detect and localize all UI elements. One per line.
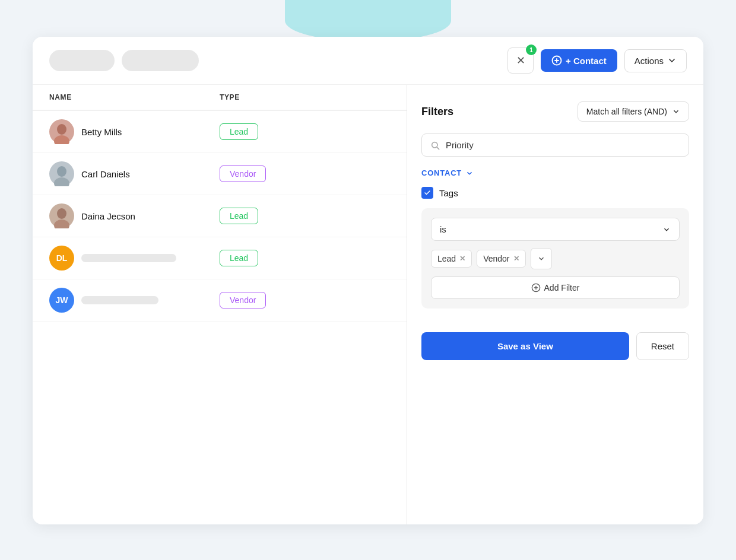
filter-count-badge: 1	[526, 44, 537, 55]
type-badge: Vendor	[220, 292, 266, 308]
filter-search-box	[421, 133, 689, 157]
plus-circle-icon	[551, 55, 562, 66]
add-contact-label: + Contact	[566, 56, 607, 66]
header-left	[49, 50, 199, 71]
header-bar: ✕ 1 + Contact Actions	[33, 37, 703, 85]
type-badge: Lead	[220, 208, 258, 224]
chip-label: Vendor	[483, 254, 509, 263]
x-icon: ✕	[516, 54, 525, 67]
svg-point-7	[57, 166, 66, 177]
skeleton-pill-2	[122, 50, 199, 71]
svg-line-14	[437, 147, 439, 149]
type-cell: Lead	[220, 208, 390, 224]
tags-chips-row: Lead ✕ Vendor ✕	[431, 248, 680, 269]
reset-label: Reset	[651, 341, 674, 351]
person-name: Betty Mills	[81, 127, 122, 137]
table-row: Daina Jecson Lead	[33, 195, 407, 237]
chevron-down-icon	[672, 107, 680, 116]
add-contact-button[interactable]: + Contact	[541, 49, 617, 72]
svg-point-4	[57, 124, 66, 135]
table-row: DL Lead	[33, 237, 407, 279]
person-cell: Daina Jecson	[49, 203, 220, 228]
type-badge: Lead	[220, 123, 258, 140]
type-cell: Lead	[220, 123, 390, 140]
footer-actions: Save as View Reset	[421, 332, 689, 360]
tags-checkbox[interactable]	[421, 187, 433, 199]
svg-point-11	[57, 208, 66, 219]
tag-chip: Lead ✕	[431, 250, 472, 268]
filter-title: Filters	[421, 106, 453, 118]
search-icon	[430, 141, 440, 150]
contact-section-label: CONTACT	[421, 168, 462, 177]
skeleton-name	[81, 254, 176, 262]
remove-vendor-chip[interactable]: ✕	[513, 254, 519, 263]
add-tag-dropdown[interactable]	[531, 248, 552, 269]
avatar-initials: JW	[49, 288, 74, 313]
avatar	[49, 161, 74, 186]
header-right: ✕ 1 + Contact Actions	[507, 47, 687, 74]
main-card: ✕ 1 + Contact Actions NAME TYPE	[33, 37, 703, 524]
filter-search-input[interactable]	[446, 140, 680, 150]
column-type: TYPE	[220, 93, 390, 101]
svg-point-13	[432, 142, 437, 147]
plus-circle-icon	[531, 283, 541, 292]
column-name: NAME	[49, 93, 220, 101]
person-name: Carl Daniels	[81, 169, 130, 179]
type-cell: Vendor	[220, 292, 390, 308]
person-cell: JW	[49, 288, 220, 313]
tags-label: Tags	[439, 188, 458, 198]
skeleton-name	[81, 296, 158, 304]
contacts-table: NAME TYPE Betty Mills Lead	[33, 85, 407, 524]
table-header: NAME TYPE	[33, 85, 407, 111]
person-cell: Betty Mills	[49, 119, 220, 144]
remove-lead-chip[interactable]: ✕	[459, 254, 465, 263]
filter-panel: Filters Match all filters (AND) CONTACT	[407, 85, 703, 524]
save-as-view-button[interactable]: Save as View	[421, 332, 629, 360]
tags-row: Tags	[421, 187, 689, 199]
person-cell: DL	[49, 246, 220, 271]
avatar	[49, 119, 74, 144]
content-area: NAME TYPE Betty Mills Lead	[33, 85, 703, 524]
chevron-down-icon	[662, 225, 671, 234]
type-cell: Lead	[220, 250, 390, 266]
actions-button[interactable]: Actions	[624, 49, 687, 72]
chip-label: Lead	[437, 254, 456, 263]
skeleton-pill-1	[49, 50, 115, 71]
add-filter-label: Add Filter	[544, 283, 580, 292]
tags-filter-box: is Lead ✕ Vendor ✕	[421, 208, 689, 308]
type-badge: Lead	[220, 250, 258, 266]
avatar	[49, 203, 74, 228]
type-cell: Vendor	[220, 166, 390, 182]
person-cell: Carl Daniels	[49, 161, 220, 186]
chevron-down-icon	[667, 56, 677, 65]
person-name: Daina Jecson	[81, 211, 135, 221]
save-view-label: Save as View	[497, 341, 553, 351]
type-badge: Vendor	[220, 166, 266, 182]
reset-button[interactable]: Reset	[636, 332, 689, 360]
check-icon	[424, 189, 431, 196]
is-label: is	[440, 224, 446, 234]
chevron-down-icon	[537, 254, 545, 263]
add-filter-button[interactable]: Add Filter	[431, 276, 680, 299]
close-button[interactable]: ✕ 1	[507, 47, 534, 74]
contact-section-toggle[interactable]: CONTACT	[421, 168, 689, 177]
filter-header: Filters Match all filters (AND)	[421, 101, 689, 122]
actions-label: Actions	[635, 56, 664, 66]
chevron-down-icon	[465, 169, 474, 177]
tag-chip: Vendor ✕	[477, 250, 525, 268]
is-condition-dropdown[interactable]: is	[431, 218, 680, 241]
avatar-initials: DL	[49, 246, 74, 271]
decorative-blob	[285, 0, 451, 42]
match-label: Match all filters (AND)	[586, 107, 667, 116]
table-row: Betty Mills Lead	[33, 111, 407, 153]
table-row: JW Vendor	[33, 279, 407, 322]
match-filter-dropdown[interactable]: Match all filters (AND)	[578, 101, 689, 122]
table-row: Carl Daniels Vendor	[33, 153, 407, 195]
